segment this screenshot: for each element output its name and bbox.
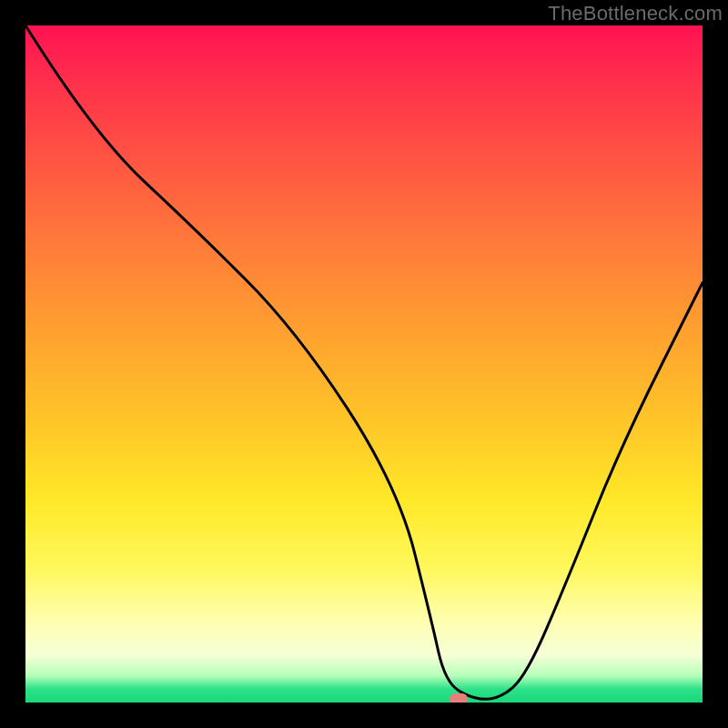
watermark-text: TheBottleneck.com [548,2,723,25]
bottleneck-curve [25,25,703,703]
valley-marker [450,693,468,703]
plot-area [25,25,703,703]
chart-frame: TheBottleneck.com [0,0,728,728]
